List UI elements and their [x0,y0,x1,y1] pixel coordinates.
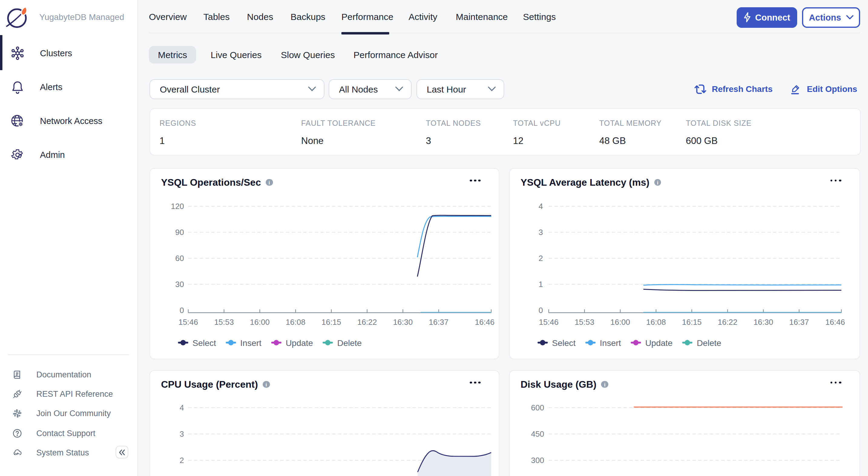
svg-text:1: 1 [539,279,543,288]
svg-text:3: 3 [180,429,184,438]
svg-text:4: 4 [539,201,543,210]
svg-text:300: 300 [531,455,544,465]
svg-text:15:53: 15:53 [214,317,234,326]
svg-text:16:46: 16:46 [475,317,495,326]
svg-text:16:08: 16:08 [286,317,305,326]
svg-text:15:46: 15:46 [539,317,558,326]
svg-text:0: 0 [539,305,543,314]
svg-text:0: 0 [180,305,184,314]
svg-text:16:15: 16:15 [321,317,341,326]
svg-text:3: 3 [539,228,543,237]
svg-text:16:15: 16:15 [682,317,702,326]
svg-text:120: 120 [171,201,184,210]
svg-text:16:30: 16:30 [393,317,413,326]
svg-text:600: 600 [531,403,544,412]
svg-text:450: 450 [531,429,544,438]
svg-text:16:46: 16:46 [825,317,845,326]
svg-text:16:30: 16:30 [753,317,773,326]
svg-text:15:53: 15:53 [575,317,594,326]
svg-text:90: 90 [175,228,184,237]
svg-text:30: 30 [175,279,184,288]
svg-text:2: 2 [539,253,543,263]
svg-text:16:37: 16:37 [429,317,448,326]
svg-text:60: 60 [175,253,184,263]
svg-text:16:00: 16:00 [250,317,270,326]
svg-text:16:00: 16:00 [611,317,630,326]
svg-text:4: 4 [180,403,184,412]
svg-text:15:46: 15:46 [178,317,198,326]
svg-text:2: 2 [180,455,184,465]
svg-text:16:08: 16:08 [646,317,666,326]
svg-text:16:22: 16:22 [357,317,377,326]
svg-text:16:22: 16:22 [718,317,737,326]
svg-text:16:37: 16:37 [789,317,809,326]
